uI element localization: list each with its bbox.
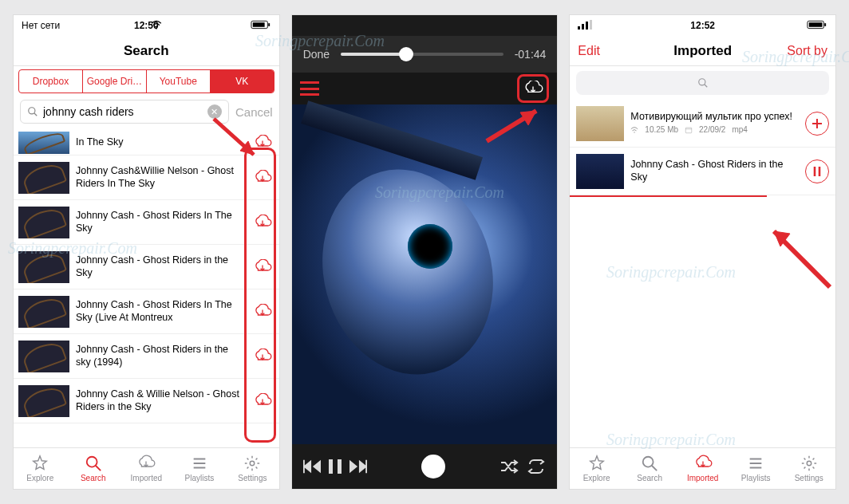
- svg-rect-14: [582, 24, 584, 30]
- source-tabs: Dropbox Google Dri… YouTube VK: [18, 69, 274, 93]
- svg-point-22: [634, 132, 635, 133]
- search-icon: [697, 77, 709, 89]
- svg-line-28: [652, 466, 657, 471]
- pause-icon: [812, 167, 822, 176]
- search-results: In The Sky Johnny Cash&Willie Nelson - G…: [14, 130, 279, 447]
- pause-button[interactable]: [805, 159, 829, 183]
- status-bar: [292, 15, 558, 36]
- download-icon[interactable]: [251, 300, 274, 324]
- plus-icon: [811, 118, 823, 129]
- search-field[interactable]: [576, 71, 829, 95]
- svg-rect-18: [824, 23, 826, 26]
- imported-row[interactable]: Johnny Cash - Ghost Riders in the Sky: [570, 148, 835, 195]
- tab-search[interactable]: Search: [67, 448, 120, 489]
- svg-point-20: [698, 79, 705, 85]
- player-sub-bar: [292, 73, 558, 104]
- source-googledrive[interactable]: Google Dri…: [83, 70, 147, 93]
- tab-playlists[interactable]: Playlists: [173, 448, 227, 489]
- svg-rect-19: [809, 22, 823, 27]
- svg-point-4: [29, 108, 35, 114]
- result-row[interactable]: Johnny Cash & Willie Nelson - Ghost Ride…: [14, 379, 279, 423]
- result-title: Johnny Cash - Ghost Riders In The Sky: [76, 210, 244, 234]
- tab-settings[interactable]: Settings: [782, 448, 835, 489]
- svg-rect-25: [819, 167, 821, 176]
- download-progress: [570, 195, 766, 197]
- result-row[interactable]: Johnny Cash - Ghost Riders in the Sky: [14, 245, 279, 289]
- download-icon[interactable]: [251, 389, 274, 413]
- signal-icon: [578, 20, 592, 32]
- carrier-text: Нет сети: [22, 20, 60, 31]
- sortby-button[interactable]: Sort by: [787, 44, 827, 58]
- search-icon: [27, 106, 38, 117]
- download-icon[interactable]: [251, 166, 274, 190]
- annotation-arrow: [758, 219, 836, 299]
- svg-rect-3: [252, 22, 264, 27]
- shuffle-icon[interactable]: [500, 459, 519, 474]
- svg-rect-13: [578, 26, 580, 30]
- video-area[interactable]: zdf.kultur: [292, 104, 558, 444]
- source-youtube[interactable]: YouTube: [147, 70, 211, 93]
- scrub-slider[interactable]: [341, 53, 503, 56]
- result-title: Johnny Cash - Ghost Riders In The Sky (L…: [76, 299, 244, 324]
- menu-icon[interactable]: [300, 81, 319, 96]
- add-button[interactable]: [805, 112, 829, 136]
- imported-thumb: [576, 154, 624, 189]
- player-controls: [292, 444, 558, 489]
- source-vk[interactable]: VK: [211, 70, 274, 93]
- search-field[interactable]: ✕: [20, 100, 229, 124]
- next-icon[interactable]: [349, 459, 367, 474]
- airplay-knob[interactable]: [421, 455, 445, 478]
- status-bar: 12:52: [570, 15, 835, 36]
- imported-meta: 10.25 Mb 22/09/2 mp4: [630, 125, 799, 136]
- download-icon[interactable]: [251, 345, 274, 368]
- search-input[interactable]: [43, 105, 203, 118]
- result-title: Johnny Cash - Ghost Riders in the sky (1…: [76, 344, 244, 368]
- tab-search[interactable]: Search: [623, 448, 677, 489]
- svg-line-5: [34, 113, 38, 116]
- status-time: 12:50: [134, 20, 159, 31]
- tab-explore[interactable]: Explore: [570, 448, 623, 489]
- done-button[interactable]: Done: [303, 48, 330, 61]
- result-thumb: [18, 296, 69, 328]
- svg-line-21: [704, 85, 707, 88]
- result-thumb: [18, 251, 69, 283]
- result-thumb: [18, 207, 69, 238]
- svg-line-8: [96, 466, 101, 471]
- result-title: Johnny Cash & Willie Nelson - Ghost Ride…: [76, 388, 244, 413]
- result-row[interactable]: Johnny Cash - Ghost Riders In The Sky: [14, 200, 279, 245]
- tab-explore[interactable]: Explore: [14, 448, 67, 489]
- tab-bar: Explore Search Imported Playlists Settin…: [14, 447, 279, 489]
- battery-icon: [807, 20, 827, 32]
- annotation-arrow: [210, 111, 266, 167]
- tab-imported[interactable]: Imported: [120, 448, 173, 489]
- result-row[interactable]: Johnny Cash - Ghost Riders in the sky (1…: [14, 334, 279, 379]
- imported-title: Мотивирующий мультик про успех!: [630, 111, 799, 124]
- result-row[interactable]: Johnny Cash - Ghost Riders In The Sky (L…: [14, 289, 279, 334]
- edit-button[interactable]: Edit: [578, 44, 600, 58]
- svg-rect-2: [268, 23, 270, 26]
- calendar-small-icon: [685, 126, 693, 134]
- imported-thumb: [576, 106, 624, 141]
- svg-rect-15: [586, 22, 588, 30]
- status-time: 12:52: [690, 20, 715, 31]
- imported-row[interactable]: Мотивирующий мультик про успех! 10.25 Mb…: [570, 100, 835, 148]
- result-title: Johnny Cash&Willie Nelson - Ghost Riders…: [76, 165, 244, 190]
- download-icon[interactable]: [251, 255, 274, 279]
- header: Search: [14, 36, 279, 66]
- download-icon[interactable]: [251, 211, 274, 234]
- result-thumb: [18, 162, 69, 194]
- pause-icon[interactable]: [329, 459, 342, 474]
- svg-point-27: [643, 457, 654, 467]
- page-title: Search: [124, 43, 169, 59]
- svg-point-7: [87, 457, 97, 467]
- tab-imported[interactable]: Imported: [676, 448, 729, 489]
- prev-icon[interactable]: [303, 459, 321, 474]
- download-button[interactable]: [517, 74, 549, 103]
- svg-rect-24: [814, 167, 816, 176]
- tab-settings[interactable]: Settings: [226, 448, 279, 489]
- source-dropbox[interactable]: Dropbox: [19, 70, 83, 93]
- svg-rect-16: [590, 20, 592, 30]
- player-top-bar: Done -01:44: [292, 36, 558, 73]
- tab-playlists[interactable]: Playlists: [729, 448, 783, 489]
- repeat-icon[interactable]: [527, 459, 546, 474]
